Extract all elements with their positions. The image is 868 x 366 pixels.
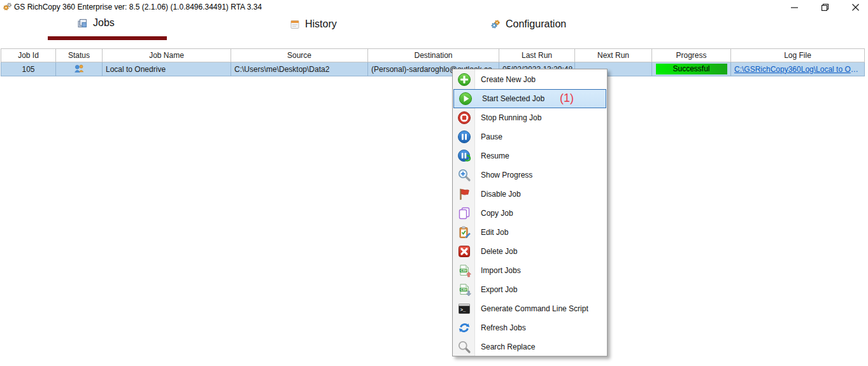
svg-text:CSV: CSV	[460, 288, 467, 292]
col-header-destination[interactable]: Destination	[368, 49, 499, 62]
cell-status	[56, 62, 103, 76]
context-menu: Create New Job Start Selected Job (1)	[452, 69, 608, 356]
refresh-jobs-icon	[453, 321, 475, 335]
app-window: GS RichCopy 360 Enterprise ver: 8.5 (2.1…	[0, 0, 868, 366]
menu-item-label: Resume	[481, 151, 509, 160]
menu-item-import-jobs[interactable]: CSV Import Jobs	[453, 261, 607, 280]
tab-configuration-label: Configuration	[506, 18, 566, 30]
resume-icon	[453, 149, 475, 163]
jobs-table: Job Id Status Job Name Source Destinatio…	[1, 48, 865, 76]
table-row[interactable]: 105 Local to Onedrive C:\Users\me\Deskto…	[1, 62, 865, 76]
export-job-icon: CSV	[453, 283, 475, 297]
titlebar: GS RichCopy 360 Enterprise ver: 8.5 (2.1…	[0, 0, 868, 14]
active-tab-underline	[48, 36, 167, 40]
stop-running-job-icon	[453, 111, 475, 125]
menu-item-resume[interactable]: Resume	[453, 146, 607, 165]
menu-item-label: Pause	[481, 132, 502, 141]
jobs-icon	[76, 17, 88, 29]
menu-item-label: Disable Job	[481, 190, 521, 199]
minimize-icon[interactable]	[790, 3, 799, 12]
col-header-last-run[interactable]: Last Run	[499, 49, 575, 62]
disable-job-icon	[453, 187, 475, 201]
menu-item-label: Refresh Jobs	[481, 323, 526, 332]
tab-jobs-label: Jobs	[93, 17, 115, 29]
menu-item-label: Create New Job	[481, 75, 536, 84]
delete-job-icon	[453, 244, 475, 258]
menu-item-label: Generate Command Line Script	[481, 304, 588, 313]
tab-configuration[interactable]: Configuration	[490, 18, 566, 30]
import-jobs-icon: CSV	[453, 264, 475, 278]
col-header-log-file[interactable]: Log File	[731, 49, 865, 62]
restore-icon[interactable]	[820, 3, 830, 12]
svg-text:>_: >_	[460, 307, 466, 313]
table-header-row: Job Id Status Job Name Source Destinatio…	[1, 49, 865, 62]
app-icon	[3, 2, 12, 11]
copy-job-icon	[453, 206, 475, 220]
menu-item-refresh-jobs[interactable]: Refresh Jobs	[453, 318, 607, 337]
menu-item-export-job[interactable]: CSV Export Job	[453, 280, 607, 299]
menu-item-search-replace[interactable]: Search Replace	[453, 337, 607, 356]
menu-item-create-new-job[interactable]: Create New Job	[453, 70, 607, 89]
cell-progress: Successful	[652, 62, 731, 76]
col-header-job-id[interactable]: Job Id	[1, 49, 56, 62]
close-icon[interactable]	[851, 3, 860, 12]
col-header-source[interactable]: Source	[231, 49, 368, 62]
window-title: GS RichCopy 360 Enterprise ver: 8.5 (2.1…	[14, 3, 262, 11]
history-icon	[290, 19, 300, 29]
menu-item-edit-job[interactable]: Edit Job	[453, 223, 607, 242]
menu-item-label: Export Job	[481, 285, 517, 294]
menu-item-generate-command-line-script[interactable]: >_ Generate Command Line Script	[453, 299, 607, 318]
col-header-status[interactable]: Status	[56, 49, 103, 62]
col-header-job-name[interactable]: Job Name	[103, 49, 231, 62]
tab-history-label: History	[305, 18, 337, 30]
start-selected-job-icon	[454, 92, 476, 106]
menu-item-label: Copy Job	[481, 209, 513, 218]
tab-history[interactable]: History	[290, 18, 337, 30]
menu-item-disable-job[interactable]: Disable Job	[453, 185, 607, 204]
menu-item-label: Edit Job	[481, 228, 508, 237]
users-icon	[73, 64, 85, 73]
col-header-progress[interactable]: Progress	[652, 49, 731, 62]
menu-item-delete-job[interactable]: Delete Job	[453, 242, 607, 261]
menu-item-label: Search Replace	[481, 342, 535, 351]
step-annotation: (1)	[560, 92, 574, 105]
configuration-icon	[490, 19, 501, 29]
cell-log-file: C:\GSRichCopy360Log\Local to On...	[731, 62, 865, 76]
col-header-next-run[interactable]: Next Run	[575, 49, 652, 62]
menu-item-copy-job[interactable]: Copy Job	[453, 204, 607, 223]
cell-source: C:\Users\me\Desktop\Data2	[231, 62, 368, 76]
menu-item-label: Stop Running Job	[481, 113, 541, 122]
menu-item-label: Delete Job	[481, 247, 517, 256]
tab-jobs[interactable]: Jobs	[76, 17, 115, 29]
menu-item-label: Start Selected Job	[482, 94, 544, 103]
log-file-link[interactable]: C:\GSRichCopy360Log\Local to On...	[734, 65, 861, 74]
show-progress-icon	[453, 168, 475, 182]
progress-badge: Successful	[656, 64, 727, 74]
window-controls	[790, 3, 860, 12]
edit-job-icon	[453, 225, 475, 239]
menu-item-start-selected-job[interactable]: Start Selected Job (1)	[453, 89, 606, 108]
cell-job-id: 105	[1, 62, 56, 76]
menu-item-pause[interactable]: Pause	[453, 127, 607, 146]
menu-item-show-progress[interactable]: Show Progress	[453, 165, 607, 185]
create-new-job-icon	[453, 73, 475, 87]
search-replace-icon	[453, 340, 475, 354]
menu-item-stop-running-job[interactable]: Stop Running Job	[453, 108, 607, 127]
menu-item-label: Import Jobs	[481, 266, 521, 275]
generate-cmd-icon: >_	[453, 302, 475, 316]
pause-icon	[453, 130, 475, 144]
cell-job-name: Local to Onedrive	[103, 62, 231, 76]
svg-text:CSV: CSV	[460, 269, 467, 272]
menu-item-label: Show Progress	[481, 171, 532, 179]
